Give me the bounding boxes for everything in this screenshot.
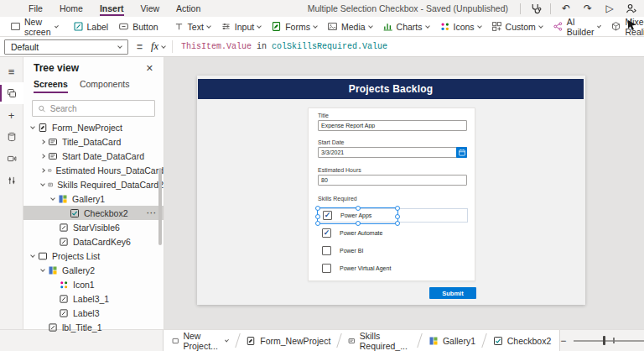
- tree-item-label: Start Date_DataCard: [62, 151, 144, 161]
- formula-input[interactable]: ThisItem.Value in colSkillsRequired.Valu…: [181, 42, 387, 51]
- tree-item-projects-list[interactable]: Projects List: [23, 249, 164, 263]
- breadcrumb-screen[interactable]: New Project...: [164, 330, 237, 351]
- rail-data-button[interactable]: [0, 126, 23, 148]
- checkbox-label: Power Virtual Agent: [340, 265, 391, 271]
- title-input[interactable]: [318, 120, 467, 131]
- breadcrumb-gallery1[interactable]: Gallery1: [420, 330, 484, 351]
- menu-view[interactable]: View: [141, 2, 160, 16]
- top-menu-bar: File Home Insert View Action Multiple Se…: [0, 0, 644, 17]
- more-options-icon[interactable]: ···: [147, 209, 157, 217]
- app-screen-preview[interactable]: Projects Backlog Title Start Date Estima…: [197, 76, 585, 305]
- close-icon[interactable]: ✕: [146, 63, 153, 74]
- undo-icon[interactable]: ↶: [559, 3, 573, 14]
- forms-menu[interactable]: Forms: [266, 17, 322, 36]
- app-title: Multiple Selection Checkbox - Saved (Unp…: [308, 3, 508, 13]
- tree-item-label3-1[interactable]: Label3_1: [23, 291, 164, 306]
- redo-icon[interactable]: ↷: [581, 3, 595, 14]
- tree-item-label: Label3: [73, 308, 100, 318]
- rail-advanced-tools-button[interactable]: [0, 170, 23, 191]
- datepicker-button[interactable]: [456, 147, 467, 158]
- search-input[interactable]: [50, 104, 149, 113]
- menu-insert[interactable]: Insert: [100, 2, 124, 16]
- fx-selector[interactable]: fx: [151, 40, 173, 53]
- tree-item-title-datacard[interactable]: Title_DataCard: [23, 134, 164, 149]
- share-user-icon[interactable]: [625, 3, 637, 15]
- chevron-down-icon: [50, 196, 55, 201]
- checkbox-power-automate[interactable]: ✓: [322, 228, 331, 238]
- tree-item-starvisible6[interactable]: StarVisible6: [23, 220, 164, 234]
- tree-item-label: Gallery2: [62, 265, 95, 275]
- resize-handle[interactable]: [315, 206, 320, 211]
- tree-item-label: Estimated Hours_DataCard: [56, 165, 164, 176]
- breadcrumb-checkbox2[interactable]: Checkbox2: [485, 330, 560, 351]
- tree-item-lbl-title-1[interactable]: lbl_Title_1: [23, 320, 164, 334]
- button-button[interactable]: Button: [113, 17, 163, 36]
- tree-view-title: Tree view: [34, 62, 79, 74]
- chevron-down-icon: [30, 253, 35, 258]
- tree-item-gallery2[interactable]: Gallery2: [23, 263, 164, 277]
- property-selector[interactable]: Default: [4, 39, 128, 55]
- menu-file[interactable]: File: [29, 2, 43, 16]
- checkbox-power-virtual-agent[interactable]: ✓: [322, 264, 331, 273]
- ai-builder-menu[interactable]: AI Builder: [548, 17, 606, 36]
- tree-item-skillsrequired-datacard2[interactable]: Skills Required_DataCard2: [23, 177, 164, 191]
- new-screen-button[interactable]: New screen: [5, 17, 63, 36]
- resize-handle[interactable]: [395, 206, 400, 211]
- rail-media-button[interactable]: [0, 148, 23, 170]
- tree-item-datacardkey6[interactable]: DataCardKey6: [23, 234, 164, 249]
- checkbox-row-power-apps[interactable]: ✓ Power Apps: [317, 208, 468, 223]
- ribbon-label: New screen: [24, 17, 52, 37]
- datacard-icon: [348, 336, 356, 346]
- tree-item-icon1[interactable]: Icon1: [23, 277, 164, 291]
- datacard-icon: [48, 137, 58, 147]
- media-menu[interactable]: Media: [322, 17, 377, 36]
- icons-menu[interactable]: Icons: [434, 17, 486, 36]
- menu-action[interactable]: Action: [176, 2, 200, 16]
- submit-button[interactable]: Submit: [429, 287, 476, 299]
- zoom-out-button[interactable]: −: [560, 335, 566, 347]
- checkbox-power-bi[interactable]: ✓: [322, 246, 331, 255]
- tree-item-form-newproject[interactable]: Form_NewProject: [23, 120, 164, 134]
- resize-handle[interactable]: [395, 214, 400, 219]
- custom-menu[interactable]: Custom: [486, 17, 548, 36]
- startdate-input[interactable]: [318, 147, 467, 158]
- checkbox-power-apps[interactable]: ✓: [323, 211, 332, 220]
- icons-icon: [439, 21, 450, 32]
- app-checker-icon[interactable]: [529, 3, 542, 15]
- collapse-menu-button[interactable]: ≡: [0, 60, 23, 82]
- ribbon-label: Custom: [506, 22, 536, 32]
- screen-header[interactable]: Projects Backlog: [198, 79, 584, 99]
- tree-item-label: StarVisible6: [73, 223, 120, 233]
- text-menu[interactable]: Text: [169, 17, 216, 36]
- tab-components[interactable]: Components: [80, 79, 130, 92]
- checkbox-row-power-virtual-agent[interactable]: ✓ Power Virtual Agent: [317, 261, 468, 275]
- menu-home[interactable]: Home: [60, 2, 83, 16]
- tree-scrollbar[interactable]: [158, 168, 162, 245]
- zoom-slider[interactable]: [574, 340, 644, 342]
- tree-item-label3[interactable]: Label3: [23, 306, 164, 320]
- resize-handle[interactable]: [315, 214, 320, 219]
- screen-header-title: Projects Backlog: [349, 83, 434, 95]
- checkbox-row-power-bi[interactable]: ✓ Power BI: [317, 244, 468, 258]
- tree-item-estimatedhours-datacard[interactable]: Estimated Hours_DataCard: [23, 163, 164, 177]
- tree-item-checkbox2[interactable]: Checkbox2 ···: [23, 206, 164, 220]
- mixed-reality-menu[interactable]: Mixed Reality: [605, 17, 644, 36]
- breadcrumb-label: Checkbox2: [507, 336, 552, 346]
- input-menu[interactable]: Input: [216, 17, 266, 36]
- preview-play-icon[interactable]: ▷: [603, 3, 616, 14]
- zoom-slider-thumb[interactable]: [603, 336, 605, 345]
- resize-handle[interactable]: [356, 206, 361, 211]
- tree-search-box[interactable]: [32, 100, 155, 117]
- label-button[interactable]: Label: [68, 17, 114, 36]
- checkbox-row-power-automate[interactable]: ✓ Power Automate: [317, 226, 468, 240]
- tab-screens[interactable]: Screens: [34, 79, 68, 93]
- breadcrumb-skills-required[interactable]: Skills Required_...: [340, 330, 419, 351]
- estimatedhours-input[interactable]: [318, 175, 467, 186]
- charts-menu[interactable]: Charts: [377, 17, 434, 36]
- tree-item-startdate-datacard[interactable]: Start Date_DataCard: [23, 149, 164, 163]
- breadcrumb-form-newproject[interactable]: Form_NewProject: [237, 330, 339, 351]
- rail-tree-view-button[interactable]: [0, 82, 23, 104]
- rail-insert-button[interactable]: +: [0, 104, 23, 126]
- tree-item-gallery1[interactable]: Gallery1: [23, 191, 164, 206]
- edit-form[interactable]: Title Start Date Estimated Hours Skills …: [308, 107, 475, 281]
